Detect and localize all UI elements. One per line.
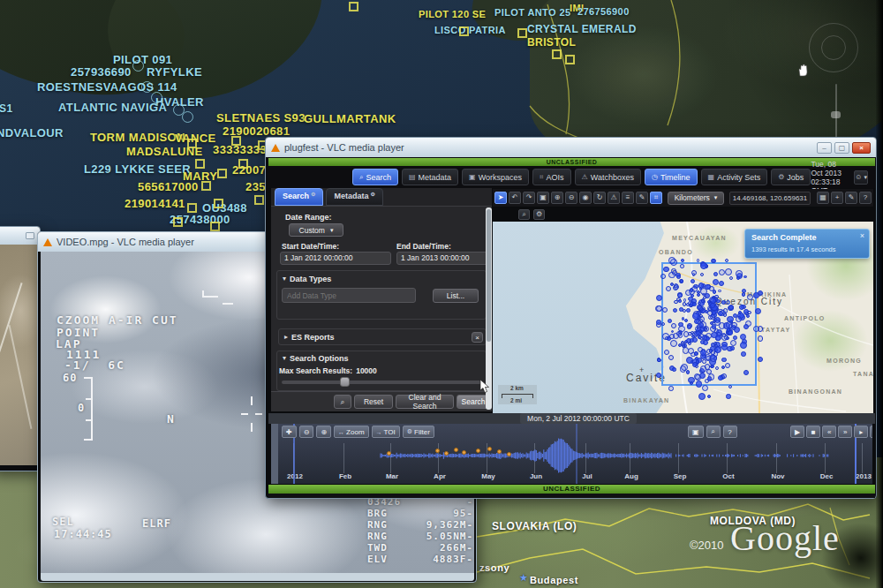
tab-jobs[interactable]: ⚙Jobs [771, 169, 811, 185]
map-tool-icon-5[interactable]: ⊖ [565, 192, 577, 204]
timeline-tool-icon-2[interactable]: ⊕ [316, 426, 331, 438]
result-point[interactable] [676, 275, 681, 279]
result-point[interactable] [738, 311, 743, 315]
result-point[interactable] [743, 275, 747, 279]
result-point[interactable] [721, 358, 727, 363]
result-point[interactable] [678, 299, 682, 303]
map-tool-right-icon-0[interactable]: ▦ [817, 192, 829, 204]
event-dot[interactable] [487, 447, 492, 451]
event-dot[interactable] [387, 451, 391, 456]
list-button[interactable]: List... [433, 289, 479, 303]
event-dot[interactable] [476, 449, 480, 453]
result-point[interactable] [691, 279, 695, 283]
result-point[interactable] [723, 313, 728, 317]
result-point[interactable] [702, 359, 706, 364]
plugfest-app-window[interactable]: plugfest - VLC media player – ▢ × UNCLAS… [265, 137, 877, 499]
result-point[interactable] [671, 323, 676, 328]
playback-button-2[interactable]: « [822, 426, 836, 438]
event-dot[interactable] [444, 451, 449, 456]
result-point[interactable] [710, 303, 715, 308]
result-point[interactable] [656, 295, 662, 301]
max-results-slider[interactable] [282, 381, 481, 384]
timeline-tool-icon-1[interactable]: ⊖ [299, 426, 314, 438]
result-point[interactable] [742, 292, 745, 296]
tab-timeline[interactable]: ◷Timeline [645, 169, 698, 185]
result-point[interactable] [661, 322, 665, 326]
map-tool-icon-11[interactable]: ⌗ [650, 192, 662, 204]
result-point[interactable] [721, 344, 728, 351]
result-point[interactable] [692, 302, 697, 306]
result-point[interactable] [684, 319, 688, 322]
panel-tab-metadata[interactable]: Metadata⚙ [326, 188, 382, 206]
result-point[interactable] [697, 293, 700, 297]
result-point[interactable] [747, 294, 753, 300]
map-tool-icon-1[interactable]: ↶ [509, 192, 521, 204]
result-point[interactable] [691, 331, 694, 335]
map-subtool-icon-1[interactable]: ⚙ [533, 209, 545, 220]
timeline-toi-button[interactable]: →TOI [372, 426, 400, 438]
result-point[interactable] [676, 331, 682, 336]
result-point[interactable] [743, 370, 750, 376]
playback-button-5[interactable]: ↻ [870, 426, 872, 438]
result-point[interactable] [668, 355, 674, 360]
map-tool-icon-3[interactable]: ▣ [537, 192, 549, 204]
result-point[interactable] [736, 316, 742, 322]
result-point[interactable] [711, 365, 714, 368]
result-point[interactable] [672, 367, 676, 372]
search-complete-toast[interactable]: Search Complete × 1393 results in 17.4 s… [744, 229, 870, 259]
map-tool-icon-2[interactable]: ↷ [523, 192, 535, 204]
result-point[interactable] [733, 335, 737, 340]
window-titlebar[interactable] [0, 227, 40, 245]
result-point[interactable] [719, 269, 725, 275]
result-point[interactable] [740, 342, 747, 349]
result-point[interactable] [679, 307, 683, 312]
timeline-zoom-button[interactable]: ↔Zoom [334, 426, 368, 438]
result-point[interactable] [686, 308, 691, 313]
result-point[interactable] [758, 357, 763, 362]
event-dot[interactable] [497, 449, 502, 454]
result-point[interactable] [700, 288, 707, 295]
app-window-titlebar[interactable]: plugfest - VLC media player – ▢ × [266, 138, 876, 157]
result-point[interactable] [697, 259, 700, 262]
result-point[interactable] [741, 351, 746, 357]
result-point[interactable] [687, 325, 691, 329]
units-dropdown[interactable]: Kilometers ▾ [668, 192, 724, 205]
event-dot[interactable] [454, 448, 458, 452]
tab-metadata[interactable]: ▤Metadata [402, 169, 458, 185]
result-point[interactable] [725, 268, 732, 275]
result-point[interactable] [712, 259, 716, 263]
map-tool-right-icon-1[interactable]: + [831, 192, 843, 204]
result-point[interactable] [702, 385, 708, 391]
result-point[interactable] [662, 307, 668, 313]
result-point[interactable] [713, 272, 718, 276]
result-point[interactable] [726, 300, 731, 305]
map-tool-icon-4[interactable]: ⊕ [551, 192, 563, 204]
close-button[interactable]: × [852, 142, 871, 154]
map-subtool-icon-0[interactable]: ⌕ [518, 209, 530, 220]
result-point[interactable] [710, 355, 717, 362]
playback-button-1[interactable]: ■ [806, 426, 820, 438]
result-point[interactable] [730, 346, 735, 351]
result-point[interactable] [707, 376, 713, 381]
timeline-filter-button[interactable]: ⚙Filter [403, 426, 434, 438]
tab-workspaces[interactable]: ▣Workspaces [462, 169, 529, 185]
result-point[interactable] [743, 324, 749, 329]
tab-search[interactable]: ⌕Search [352, 169, 398, 185]
result-point[interactable] [746, 314, 750, 318]
result-point[interactable] [680, 264, 683, 268]
map-tool-right-icon-2[interactable]: ✎ [845, 192, 857, 204]
result-point[interactable] [706, 336, 711, 342]
es-reports-bar[interactable]: ▸ ES Reports × [278, 328, 487, 345]
reset-button[interactable]: Reset [354, 395, 393, 409]
timeline-utility-icon-0[interactable]: ▣ [688, 426, 704, 438]
map-tool-icon-8[interactable]: ⚠ [608, 192, 620, 204]
map-tool-icon-10[interactable]: ✎ [636, 192, 648, 204]
result-point[interactable] [668, 319, 672, 323]
add-data-type-input[interactable] [282, 288, 416, 303]
result-point[interactable] [712, 311, 716, 315]
result-point[interactable] [683, 347, 690, 354]
maximize-button[interactable]: ▢ [834, 142, 849, 154]
result-point[interactable] [715, 366, 719, 370]
result-point[interactable] [660, 274, 666, 279]
result-point[interactable] [674, 300, 678, 305]
